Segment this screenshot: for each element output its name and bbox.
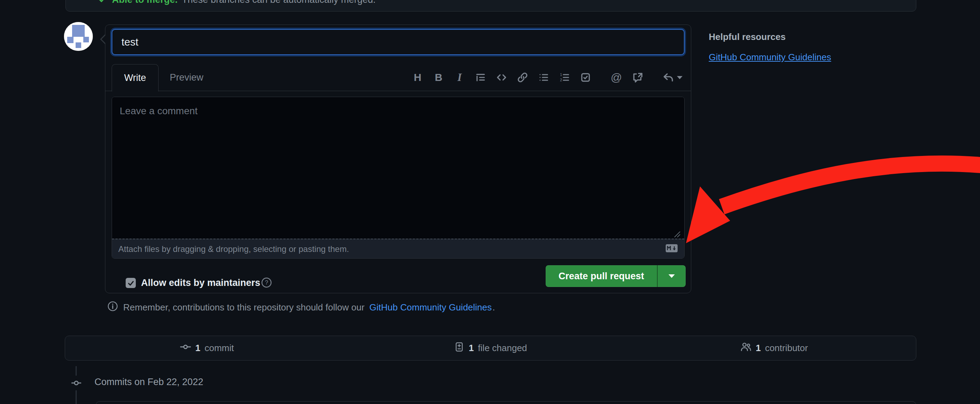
link-icon[interactable]	[517, 72, 528, 83]
quote-icon[interactable]	[475, 72, 487, 83]
diff-stats-bar: 1 commit 1 file changed 1 contributor	[65, 336, 916, 361]
saved-reply-caret-icon	[677, 76, 682, 79]
attach-files-hint: Attach files by dragging & dropping, sel…	[118, 244, 661, 254]
markdown-icon	[665, 244, 678, 254]
commit-icon	[180, 341, 191, 355]
unordered-list-icon[interactable]	[538, 72, 549, 83]
bold-icon[interactable]: B	[433, 72, 444, 83]
code-icon[interactable]	[496, 72, 508, 83]
tab-preview-label: Preview	[170, 72, 204, 83]
ordered-list-icon[interactable]: 12	[558, 72, 571, 83]
pull-request-composer: Write Preview H B I 12	[105, 24, 691, 293]
comment-textarea[interactable]	[112, 97, 684, 239]
community-guidelines-link[interactable]: GitHub Community Guidelines	[369, 302, 492, 313]
guidelines-reminder: Remember, contributions to this reposito…	[107, 301, 495, 314]
heading-icon[interactable]: H	[412, 72, 423, 83]
mergeability-status: Able to merge. These branches can be aut…	[97, 0, 375, 5]
commit-list-box	[95, 401, 916, 404]
tab-divider	[105, 91, 691, 91]
commit-label: commit	[205, 343, 234, 353]
mergeable-label: Able to merge.	[112, 0, 178, 5]
files-changed-stat[interactable]: 1 file changed	[348, 336, 632, 360]
svg-text:1: 1	[560, 72, 562, 77]
file-diff-icon	[454, 342, 465, 354]
cross-reference-icon[interactable]	[632, 72, 643, 83]
mention-icon[interactable]: @	[610, 72, 622, 83]
people-icon	[740, 341, 751, 355]
helpful-resources-heading: Helpful resources	[709, 32, 786, 42]
files-changed-label: file changed	[478, 343, 527, 353]
commit-timeline-icon	[68, 375, 84, 390]
attach-files-bar[interactable]: Attach files by dragging & dropping, sel…	[112, 239, 684, 259]
resize-handle-icon[interactable]	[673, 230, 681, 240]
contributors-count: 1	[756, 343, 760, 353]
create-pull-request-dropdown[interactable]	[657, 265, 686, 287]
svg-text:?: ?	[265, 279, 268, 286]
tab-write-label: Write	[124, 72, 146, 83]
commits-stat[interactable]: 1 commit	[65, 336, 348, 360]
avatar	[64, 22, 93, 51]
task-list-icon[interactable]	[580, 72, 592, 83]
sidebar-community-guidelines-link[interactable]: GitHub Community Guidelines	[709, 52, 831, 63]
svg-text:2: 2	[560, 78, 562, 82]
check-icon	[97, 0, 108, 6]
commit-count: 1	[195, 343, 200, 353]
create-pull-request-label: Create pull request	[558, 271, 644, 282]
files-changed-count: 1	[469, 343, 474, 353]
tab-preview[interactable]: Preview	[159, 64, 215, 91]
italic-icon[interactable]: I	[453, 72, 466, 83]
speech-caret-fill	[102, 34, 107, 44]
info-icon	[107, 301, 118, 314]
contributors-stat[interactable]: 1 contributor	[632, 336, 916, 360]
mergeable-description: These branches can be automatically merg…	[182, 0, 376, 5]
reminder-period: .	[492, 302, 495, 313]
create-pull-request-button[interactable]: Create pull request	[546, 265, 657, 287]
title-input[interactable]	[111, 29, 685, 55]
tab-write[interactable]: Write	[111, 64, 159, 91]
help-icon[interactable]: ?	[261, 277, 272, 290]
commits-date-heading: Commits on Feb 22, 2022	[94, 377, 204, 388]
saved-reply-icon[interactable]	[662, 72, 682, 83]
mergeability-banner: Able to merge. These branches can be aut…	[65, 0, 916, 11]
reminder-text: Remember, contributions to this reposito…	[123, 302, 364, 313]
create-pull-request-button-group: Create pull request	[546, 265, 686, 287]
allow-edits-label: Allow edits by maintainers	[141, 277, 260, 289]
allow-edits-checkbox[interactable]	[126, 278, 136, 288]
pull-request-compare-page: Able to merge. These branches can be aut…	[0, 0, 980, 404]
contributors-label: contributor	[765, 343, 808, 353]
markdown-toolbar: H B I 12 @	[412, 64, 682, 91]
comment-box: Attach files by dragging & dropping, sel…	[111, 97, 685, 259]
dropdown-caret-icon	[668, 275, 675, 278]
